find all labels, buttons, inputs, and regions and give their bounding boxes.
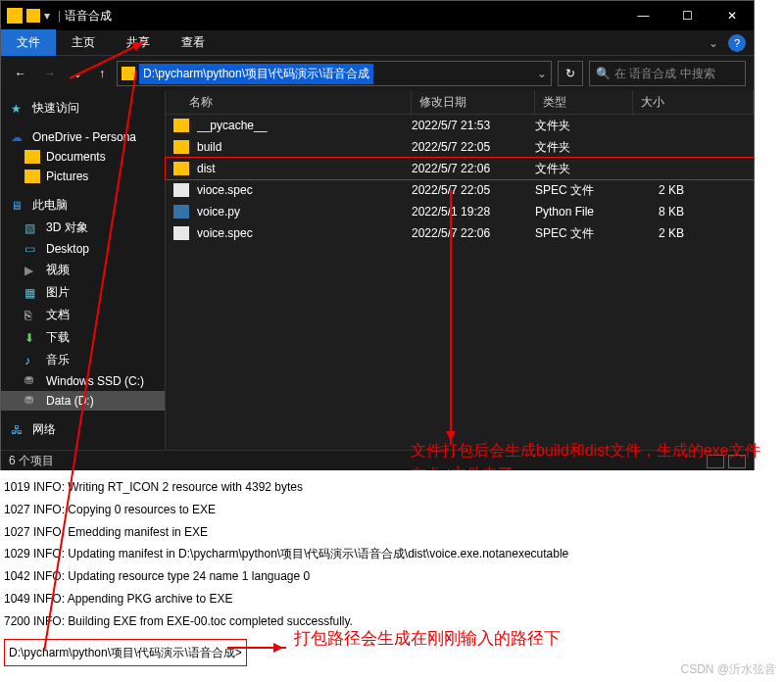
console-prompt[interactable]: D:\pycharm\python\项目\代码演示\语音合成> xyxy=(4,639,247,667)
star-icon: ★ xyxy=(11,102,26,116)
sidebar-3d[interactable]: ▧3D 对象 xyxy=(1,217,165,239)
sidebar-this-pc[interactable]: 🖥此电脑 xyxy=(1,194,165,217)
file-row[interactable]: build2022/5/7 22:05文件夹 xyxy=(166,136,754,158)
objects-icon: ▧ xyxy=(24,221,40,235)
sidebar-documents[interactable]: Documents xyxy=(1,147,165,167)
sidebar-quick-access[interactable]: ★快速访问 xyxy=(1,97,165,120)
file-row[interactable]: voice.spec2022/5/7 22:06SPEC 文件2 KB xyxy=(166,222,754,244)
folder-icon xyxy=(173,162,189,175)
console-line: 1019 INFO: Writing RT_ICON 2 resource wi… xyxy=(4,476,751,499)
sidebar-downloads[interactable]: ⬇下载 xyxy=(1,326,165,349)
file-type: 文件夹 xyxy=(535,161,633,177)
tab-file[interactable]: 文件 xyxy=(1,29,56,56)
col-name[interactable]: 名称 xyxy=(181,90,412,115)
arrow-annotation-2 xyxy=(227,647,286,649)
pc-icon: 🖥 xyxy=(11,199,26,213)
file-row[interactable]: voice.py2022/5/1 19:28Python File8 KB xyxy=(166,201,754,222)
maximize-button[interactable]: ☐ xyxy=(665,1,710,30)
separator: | xyxy=(58,9,61,23)
dropdown-icon[interactable]: ▾ xyxy=(44,9,50,23)
file-row[interactable]: vioce.spec2022/5/7 22:05SPEC 文件2 KB xyxy=(166,179,754,201)
file-list-pane: 名称 修改日期 类型 大小 __pycache__2022/5/7 21:53文… xyxy=(166,91,754,450)
search-icon: 🔍 xyxy=(596,67,611,80)
console-line: 1042 INFO: Updating resource type 24 nam… xyxy=(4,565,751,588)
file-icon xyxy=(173,226,189,240)
sidebar-onedrive[interactable]: ☁OneDrive - Persona xyxy=(1,127,165,147)
tab-home[interactable]: 主页 xyxy=(56,29,111,56)
console-line: 1027 INFO: Copying 0 resources to EXE xyxy=(4,499,751,521)
image-icon: ▦ xyxy=(24,286,40,300)
nav-bar: ← → ⌄ ↑ D:\pycharm\python\项目\代码演示\语音合成 ⌄… xyxy=(1,56,754,91)
address-path[interactable]: D:\pycharm\python\项目\代码演示\语音合成 xyxy=(139,64,373,84)
sidebar-pictures[interactable]: Pictures xyxy=(1,167,165,186)
folder-icon xyxy=(7,8,23,24)
file-name: build xyxy=(197,140,412,154)
annotation-text-2: 打包路径会生成在刚刚输入的路径下 xyxy=(294,623,561,655)
file-name: vioce.spec xyxy=(197,183,412,197)
console-line: 1049 INFO: Appending PKG archive to EXE xyxy=(4,588,751,610)
disk-icon: ⛃ xyxy=(24,394,40,408)
back-button[interactable]: ← xyxy=(9,63,32,84)
folder-icon xyxy=(24,150,40,164)
chevron-expand-icon[interactable]: ⌄ xyxy=(709,36,718,50)
file-type: Python File xyxy=(535,205,633,219)
col-date[interactable]: 修改日期 xyxy=(412,90,535,115)
address-bar[interactable]: D:\pycharm\python\项目\代码演示\语音合成 ⌄ xyxy=(117,61,552,86)
refresh-button[interactable]: ↻ xyxy=(558,61,583,86)
sidebar-music[interactable]: ♪音乐 xyxy=(1,349,165,371)
download-icon: ⬇ xyxy=(24,331,40,345)
file-row[interactable]: __pycache__2022/5/7 21:53文件夹 xyxy=(166,115,754,136)
ribbon-tabs: 文件 主页 共享 查看 ⌄ ? xyxy=(1,30,754,56)
file-row[interactable]: dist2022/5/7 22:06文件夹 xyxy=(166,158,754,179)
console-line: 1027 INFO: Emedding manifest in EXE xyxy=(4,521,751,544)
video-icon: ▶ xyxy=(24,264,40,277)
window-title: 语音合成 xyxy=(65,8,112,24)
file-type: SPEC 文件 xyxy=(535,225,633,242)
file-date: 2022/5/1 19:28 xyxy=(412,205,535,219)
cloud-icon: ☁ xyxy=(11,130,26,144)
desktop-icon: ▭ xyxy=(24,242,40,256)
file-size: 2 KB xyxy=(633,226,692,240)
forward-button[interactable]: → xyxy=(38,63,62,84)
file-rows: __pycache__2022/5/7 21:53文件夹build2022/5/… xyxy=(166,115,754,244)
item-count: 6 个项目 xyxy=(9,453,54,469)
tab-view[interactable]: 查看 xyxy=(166,29,220,56)
column-header: 名称 修改日期 类型 大小 xyxy=(166,91,754,115)
explorer-body: ★快速访问 ☁OneDrive - Persona Documents Pict… xyxy=(1,91,754,450)
titlebar[interactable]: ▾ | 语音合成 — ☐ ✕ xyxy=(1,1,754,30)
sidebar-c-drive[interactable]: ⛃Windows SSD (C:) xyxy=(1,371,165,391)
console-line: 1029 INFO: Updating manifest in D:\pycha… xyxy=(4,543,751,565)
music-icon: ♪ xyxy=(24,354,40,367)
minimize-button[interactable]: — xyxy=(621,1,665,30)
file-date: 2022/5/7 22:05 xyxy=(412,140,535,154)
window-controls: — ☐ ✕ xyxy=(621,1,754,30)
disk-icon: ⛃ xyxy=(24,374,40,388)
help-button[interactable]: ? xyxy=(728,34,746,52)
sidebar-network[interactable]: 🖧网络 xyxy=(1,418,165,441)
file-type: 文件夹 xyxy=(535,139,633,156)
col-type[interactable]: 类型 xyxy=(535,90,633,115)
folder-icon xyxy=(173,140,189,154)
sidebar-video[interactable]: ▶视频 xyxy=(1,259,165,281)
sidebar-desktop[interactable]: ▭Desktop xyxy=(1,239,165,259)
file-name: dist xyxy=(197,162,412,175)
sidebar-docs[interactable]: ⎘文档 xyxy=(1,304,165,326)
file-size: 8 KB xyxy=(633,205,692,219)
console-output: 1019 INFO: Writing RT_ICON 2 resource wi… xyxy=(0,470,755,666)
col-size[interactable]: 大小 xyxy=(633,90,754,115)
chevron-down-icon[interactable]: ⌄ xyxy=(537,67,547,80)
close-button[interactable]: ✕ xyxy=(710,1,754,30)
file-name: voice.spec xyxy=(197,226,412,240)
file-date: 2022/5/7 21:53 xyxy=(412,119,535,132)
file-icon xyxy=(173,205,189,219)
file-type: SPEC 文件 xyxy=(535,182,633,199)
file-size: 2 KB xyxy=(633,183,692,197)
arrow-annotation-1 xyxy=(450,189,452,444)
file-date: 2022/5/7 22:06 xyxy=(412,162,535,175)
file-date: 2022/5/7 22:06 xyxy=(412,226,535,240)
file-icon xyxy=(173,183,189,197)
search-box[interactable]: 🔍 在 语音合成 中搜索 xyxy=(589,61,746,86)
folder-icon xyxy=(173,119,189,132)
sidebar-images[interactable]: ▦图片 xyxy=(1,281,165,304)
search-placeholder: 在 语音合成 中搜索 xyxy=(614,66,715,82)
